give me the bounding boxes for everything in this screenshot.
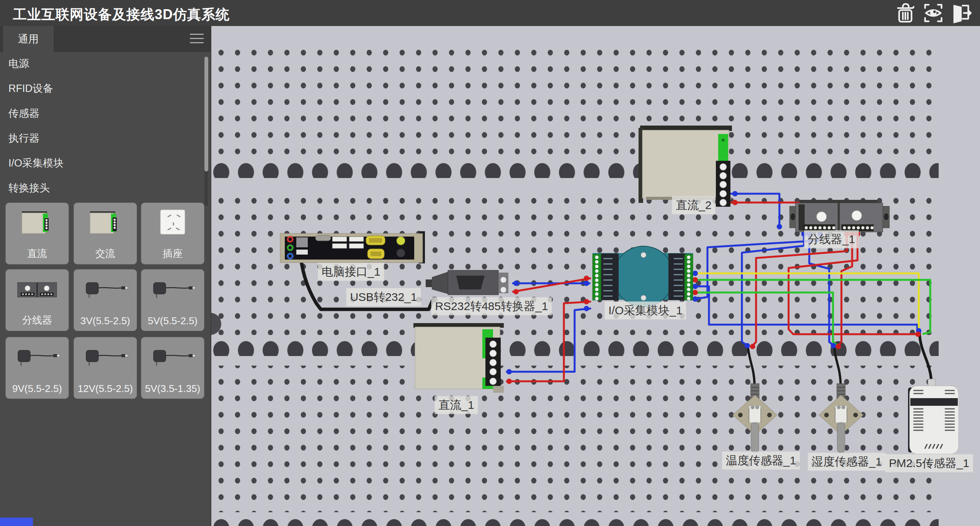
category-rfid[interactable]: RFID设备 xyxy=(0,76,201,101)
device-label-pc-interface: 电脑接口_1 xyxy=(318,263,384,281)
device-palette-sidebar: 通用 电源 RFID设备 传感器 执行器 I/O采集模块 转换接头 xyxy=(0,26,211,526)
device-label-pm25-sensor: PM2.5传感器_1 xyxy=(885,454,973,472)
device-label-rs232-485: RS232转485转换器_1 xyxy=(431,297,552,315)
ac-power-icon xyxy=(88,208,122,237)
adapter-icon xyxy=(150,275,196,303)
view-focus-icon[interactable] xyxy=(923,2,944,24)
palette-item-9v[interactable]: 9V(5.5-2.5) xyxy=(5,337,69,399)
category-actuator[interactable]: 执行器 xyxy=(0,126,201,151)
app-title: 工业互联网设备及接线3D仿真系统 xyxy=(13,5,230,24)
dc-power-icon xyxy=(20,208,54,237)
adapter-icon xyxy=(82,343,128,371)
exit-icon[interactable] xyxy=(950,2,972,24)
category-menu: 电源 RFID设备 传感器 执行器 I/O采集模块 转换接头 xyxy=(0,51,201,201)
device-io-module[interactable] xyxy=(593,246,693,307)
adapter-icon xyxy=(150,343,196,371)
device-pc-interface[interactable] xyxy=(280,231,425,263)
toolbar xyxy=(895,2,972,24)
splitter-icon xyxy=(16,275,58,303)
category-sensor[interactable]: 传感器 xyxy=(0,101,201,126)
simulation-canvas[interactable]: 直流_2 电脑接口_1 USB转232_1 RS232转485转换器_1 I/O… xyxy=(211,26,980,526)
app-window: 工业互联网设备及接线3D仿真系统 xyxy=(0,0,980,526)
device-dc2[interactable] xyxy=(639,126,732,207)
palette-item-5v[interactable]: 5V(5.5-2.5) xyxy=(141,269,204,331)
sidebar-tabbar: 通用 xyxy=(0,26,211,52)
palette-item-socket[interactable]: 插座 xyxy=(141,203,204,265)
device-label-splitter: 分线器_1 xyxy=(804,230,859,248)
device-label-dc1: 直流_1 xyxy=(434,396,478,414)
device-splitter[interactable] xyxy=(789,200,890,232)
category-io-module[interactable]: I/O采集模块 xyxy=(0,151,201,176)
palette-item-ac[interactable]: 交流 xyxy=(74,203,137,265)
device-pm25-sensor[interactable] xyxy=(908,379,959,454)
adapter-icon xyxy=(14,343,60,371)
sidebar-scrollbar[interactable] xyxy=(204,57,208,206)
palette-item-3v[interactable]: 3V(5.5-2.5) xyxy=(74,269,137,331)
title-bar: 工业互联网设备及接线3D仿真系统 xyxy=(0,0,980,26)
palette-item-splitter[interactable]: 分线器 xyxy=(5,269,69,331)
trash-icon[interactable] xyxy=(895,2,916,24)
device-dc1[interactable] xyxy=(413,323,504,393)
menu-icon[interactable] xyxy=(190,34,204,44)
device-label-temp-sensor: 温度传感器_1 xyxy=(722,452,800,470)
category-adapter[interactable]: 转换接头 xyxy=(0,176,201,201)
device-label-hum-sensor: 湿度传感器_1 xyxy=(808,453,885,471)
device-label-usb232: USB转232_1 xyxy=(346,288,421,306)
palette-item-dc[interactable]: 直流 xyxy=(5,203,69,265)
palette-item-12v[interactable]: 12V(5.5-2.5) xyxy=(74,337,137,399)
category-power[interactable]: 电源 xyxy=(0,51,201,76)
adapter-icon xyxy=(82,275,128,303)
palette-item-5v-small[interactable]: 5V(3.5-1.35) xyxy=(141,337,204,399)
socket-icon xyxy=(155,208,190,237)
device-label-dc2: 直流_2 xyxy=(672,196,715,214)
bottom-left-badge xyxy=(0,518,33,526)
device-label-io-module: I/O采集模块_1 xyxy=(604,302,686,320)
tab-general[interactable]: 通用 xyxy=(3,26,54,52)
